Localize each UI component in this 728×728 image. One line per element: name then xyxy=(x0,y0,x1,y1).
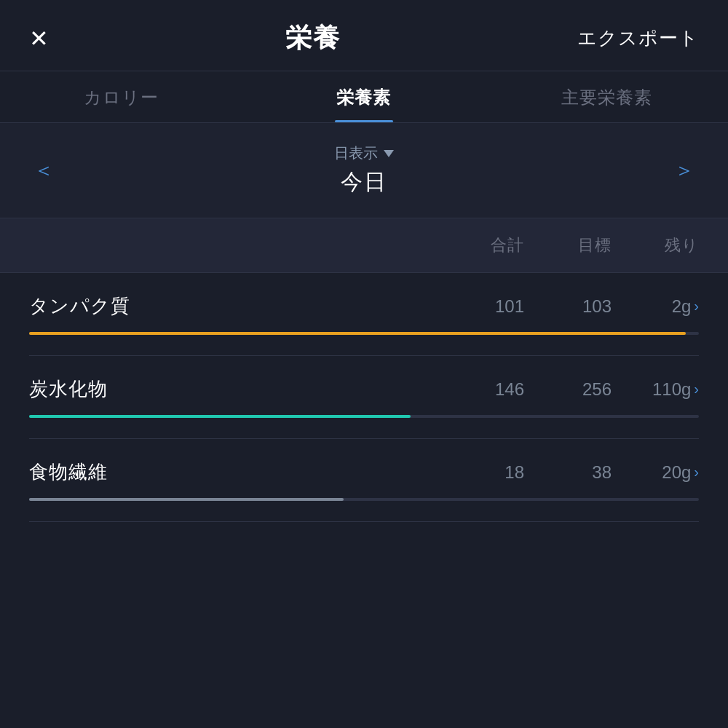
nutrient-name: 食物繊維 xyxy=(29,459,437,485)
progress-bar xyxy=(29,498,344,501)
progress-bar xyxy=(29,415,411,418)
export-button[interactable]: エクスポート xyxy=(577,25,699,51)
nutrient-remaining: 2g › xyxy=(612,296,699,317)
date-display: 日表示 今日 xyxy=(334,143,394,197)
chevron-right-icon: › xyxy=(694,298,699,314)
nutrient-remaining: 20g › xyxy=(612,462,699,483)
next-date-button[interactable]: ＞ xyxy=(662,151,706,190)
period-label: 日表示 xyxy=(334,143,394,163)
date-nav: ＜ 日表示 今日 ＞ xyxy=(0,123,728,218)
nutrients-list: タンパク質 101 103 2g › 炭水化物 146 256 110g › xyxy=(0,273,728,522)
chevron-right-icon: › xyxy=(694,381,699,397)
nutrient-name: 炭水化物 xyxy=(29,376,437,402)
nutrient-name: タンパク質 xyxy=(29,293,437,319)
column-headers: 合計 目標 残り xyxy=(0,218,728,272)
nutrient-total: 146 xyxy=(437,379,524,400)
tab-nutrients[interactable]: 栄養素 xyxy=(242,86,485,122)
page-title: 栄養 xyxy=(285,20,341,56)
header: ✕ 栄養 エクスポート xyxy=(0,0,728,71)
tab-macros[interactable]: 主要栄養素 xyxy=(486,86,728,122)
nutrient-target: 38 xyxy=(524,462,612,483)
app-container: ✕ 栄養 エクスポート カロリー 栄養素 主要栄養素 ＜ 日表示 今日 ＞ xyxy=(0,0,728,728)
nutrient-total: 18 xyxy=(437,462,524,483)
nutrient-row[interactable]: タンパク質 101 103 2g › xyxy=(0,273,728,356)
progress-bar-container xyxy=(29,415,699,418)
today-label: 今日 xyxy=(334,167,394,197)
prev-date-button[interactable]: ＜ xyxy=(22,151,66,190)
col-target-header: 目標 xyxy=(524,234,612,256)
dropdown-icon xyxy=(384,150,394,157)
col-remaining-header: 残り xyxy=(612,234,699,256)
nutrient-row[interactable]: 炭水化物 146 256 110g › xyxy=(0,356,728,439)
progress-bar xyxy=(29,332,686,335)
close-button[interactable]: ✕ xyxy=(29,27,49,50)
chevron-right-icon: › xyxy=(694,464,699,480)
progress-bar-container xyxy=(29,332,699,335)
nutrient-row-data: 食物繊維 18 38 20g › xyxy=(29,459,699,485)
tab-calories[interactable]: カロリー xyxy=(0,86,242,122)
nutrient-row-data: タンパク質 101 103 2g › xyxy=(29,293,699,319)
progress-bar-container xyxy=(29,498,699,501)
nutrient-row[interactable]: 食物繊維 18 38 20g › xyxy=(0,439,728,522)
nutrient-target: 103 xyxy=(524,296,612,317)
col-total-header: 合計 xyxy=(437,234,524,256)
nutrient-total: 101 xyxy=(437,296,524,317)
nutrient-row-data: 炭水化物 146 256 110g › xyxy=(29,376,699,402)
nutrient-remaining: 110g › xyxy=(612,379,699,400)
nutrient-row-divider xyxy=(29,521,699,522)
nutrient-target: 256 xyxy=(524,379,612,400)
tabs-container: カロリー 栄養素 主要栄養素 xyxy=(0,71,728,122)
